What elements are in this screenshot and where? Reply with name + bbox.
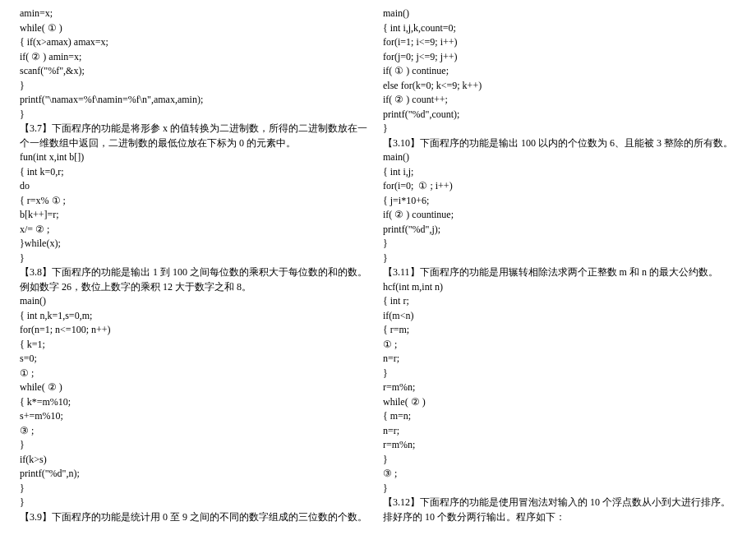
code-line: printf("%d",j); bbox=[383, 223, 736, 238]
code-line: } bbox=[383, 237, 736, 251]
code-line: for(i=0; ① ; i++) bbox=[383, 179, 736, 194]
code-line: hcf(int m,int n) bbox=[383, 280, 736, 295]
document-page: amin=x; while( ① ) { if(x>amax) amax=x; … bbox=[0, 0, 756, 531]
code-line: for(j=0; j<=9; j++) bbox=[383, 50, 736, 65]
code-line: ① ; bbox=[383, 338, 736, 353]
problem-heading: 【3.7】下面程序的功能是将形参 x 的值转换为二进制数，所得的二进制数放在一个… bbox=[20, 122, 373, 150]
problem-heading: 【3.12】下面程序的功能是使用冒泡法对输入的 10 个浮点数从小到大进行排序。… bbox=[383, 496, 736, 524]
code-line: ③ ; bbox=[383, 467, 736, 482]
code-line: } bbox=[20, 482, 373, 496]
code-line: { if(x>amax) amax=x; bbox=[20, 35, 373, 50]
code-line: s+=m%10; bbox=[20, 409, 373, 424]
code-line: main() bbox=[20, 294, 373, 309]
code-line: { j=i*10+6; bbox=[383, 194, 736, 209]
code-line: } bbox=[383, 482, 736, 496]
code-line: ① ; bbox=[20, 367, 373, 381]
code-line: for(i=1; i<=9; i++) bbox=[383, 35, 736, 50]
code-line: do bbox=[20, 179, 373, 194]
code-line: main() bbox=[383, 7, 736, 21]
code-line: } bbox=[20, 79, 373, 94]
code-line: n=r; bbox=[383, 352, 736, 367]
code-line: while( ② ) bbox=[383, 395, 736, 410]
code-line: { int n,k=1,s=0,m; bbox=[20, 309, 373, 324]
code-line: if( ② ) countinue; bbox=[383, 208, 736, 223]
code-line: n=r; bbox=[383, 424, 736, 439]
code-line: { r=m; bbox=[383, 323, 736, 338]
code-line: } bbox=[383, 453, 736, 468]
code-line: for(n=1; n<=100; n++) bbox=[20, 323, 373, 338]
code-line: main() bbox=[383, 150, 736, 165]
code-line: scanf("%f",&x); bbox=[20, 64, 373, 79]
code-line: }while(x); bbox=[20, 237, 373, 251]
code-line: r=m%n; bbox=[383, 438, 736, 453]
code-line: amin=x; bbox=[20, 7, 373, 21]
code-line: x/= ② ; bbox=[20, 223, 373, 238]
code-line: { int k=0,r; bbox=[20, 165, 373, 180]
problem-heading: 【3.11】下面程序的功能是用辗转相除法求两个正整数 m 和 n 的最大公约数。 bbox=[383, 265, 736, 280]
code-line: } bbox=[383, 251, 736, 266]
code-line: if( ① ) continue; bbox=[383, 64, 736, 79]
code-line: if( ② ) amin=x; bbox=[20, 50, 373, 65]
code-line: if(m<n) bbox=[383, 309, 736, 324]
problem-heading: 【3.8】下面程序的功能是输出 1 到 100 之间每位数的乘积大于每位数的和的… bbox=[20, 265, 373, 294]
code-line: } bbox=[383, 122, 736, 136]
code-line: } bbox=[20, 251, 373, 266]
code-line: s=0; bbox=[20, 352, 373, 367]
code-line: printf("%d",n); bbox=[20, 467, 373, 482]
code-line: { int r; bbox=[383, 294, 736, 309]
code-line: } bbox=[20, 108, 373, 122]
code-line: while( ① ) bbox=[20, 21, 373, 36]
code-line: } bbox=[20, 438, 373, 453]
code-line: fun(int x,int b[]) bbox=[20, 150, 373, 165]
code-line: ③ ; bbox=[20, 424, 373, 439]
problem-heading: 【3.10】下面程序的功能是输出 100 以内的个位数为 6、且能被 3 整除的… bbox=[383, 136, 736, 151]
code-line: while( ② ) bbox=[20, 380, 373, 395]
code-line: printf("%d",count); bbox=[383, 108, 736, 122]
code-line: { r=x% ① ; bbox=[20, 194, 373, 209]
code-line: b[k++]=r; bbox=[20, 208, 373, 223]
code-line: { k*=m%10; bbox=[20, 395, 373, 410]
code-line: if(k>s) bbox=[20, 453, 373, 468]
code-line: { k=1; bbox=[20, 338, 373, 353]
right-column: main() { int i,j,k,count=0; for(i=1; i<=… bbox=[378, 7, 741, 524]
code-line: { int i,j,k,count=0; bbox=[383, 21, 736, 36]
problem-heading: 【3.9】下面程序的功能是统计用 0 至 9 之间的不同的数字组成的三位数的个数… bbox=[20, 510, 373, 525]
code-line: } bbox=[20, 496, 373, 510]
code-line: { int i,j; bbox=[383, 165, 736, 180]
code-line: r=m%n; bbox=[383, 380, 736, 395]
code-line: else for(k=0; k<=9; k++) bbox=[383, 79, 736, 94]
code-line: } bbox=[383, 367, 736, 381]
code-line: { m=n; bbox=[383, 409, 736, 424]
code-line: if( ② ) count++; bbox=[383, 93, 736, 108]
code-line: printf("\namax=%f\namin=%f\n",amax,amin)… bbox=[20, 93, 373, 108]
left-column: amin=x; while( ① ) { if(x>amax) amax=x; … bbox=[15, 7, 378, 524]
